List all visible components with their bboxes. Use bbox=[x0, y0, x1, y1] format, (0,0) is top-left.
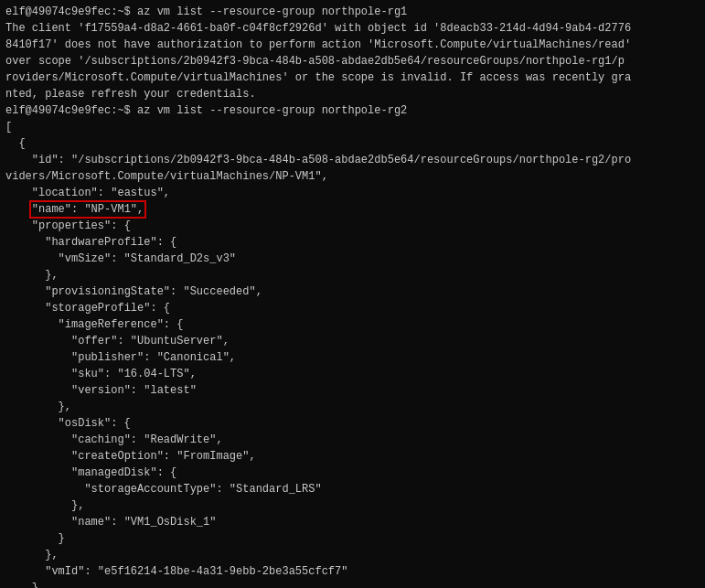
json-line-23: }, bbox=[5, 497, 700, 514]
command-line-2: elf@49074c9e9fec:~$ az vm list --resourc… bbox=[5, 102, 700, 119]
error-line-1: The client 'f17559a4-d8a2-4661-ba0f-c04f… bbox=[5, 20, 700, 37]
highlighted-name: "name": "NP-VM1", bbox=[32, 203, 144, 216]
json-line-17: }, bbox=[5, 399, 700, 415]
json-line-14: "publisher": "Canonical", bbox=[5, 349, 700, 366]
json-line-2: "id": "/subscriptions/2b0942f3-9bca-484b… bbox=[5, 152, 700, 168]
json-line-9: }, bbox=[5, 267, 700, 283]
json-line-25: } bbox=[5, 530, 700, 547]
json-line-24: "name": "VM1_OsDisk_1" bbox=[5, 514, 700, 530]
error-line-4: roviders/Microsoft.Compute/virtualMachin… bbox=[5, 69, 700, 86]
json-line-0: [ bbox=[5, 119, 700, 135]
json-line-6: "properties": { bbox=[5, 218, 700, 234]
json-line-22: "storageAccountType": "Standard_LRS" bbox=[5, 481, 700, 497]
error-line-5: nted, please refresh your credentials. bbox=[5, 86, 700, 102]
prompt-1: elf@49074c9e9fec:~$ bbox=[5, 5, 137, 18]
json-line-15: "sku": "16.04-LTS", bbox=[5, 366, 700, 382]
cmd-1-text: az vm list --resource-group northpole-rg… bbox=[137, 5, 407, 18]
prompt-2: elf@49074c9e9fec:~$ bbox=[5, 104, 137, 117]
json-line-13: "offer": "UbuntuServer", bbox=[5, 333, 700, 349]
json-line-8: "vmSize": "Standard_D2s_v3" bbox=[5, 251, 700, 267]
json-output: [ { "id": "/subscriptions/2b0942f3-9bca-… bbox=[5, 119, 700, 588]
cmd-2-text: az vm list --resource-group northpole-rg… bbox=[137, 104, 407, 117]
error-line-3: over scope '/subscriptions/2b0942f3-9bca… bbox=[5, 53, 700, 69]
json-line-19: "caching": "ReadWrite", bbox=[5, 432, 700, 448]
json-line-7: "hardwareProfile": { bbox=[5, 234, 700, 251]
command-line-1: elf@49074c9e9fec:~$ az vm list --resourc… bbox=[5, 4, 700, 20]
json-line-27: "vmId": "e5f16214-18be-4a31-9ebb-2be3a55… bbox=[5, 563, 700, 580]
json-line-18: "osDisk": { bbox=[5, 415, 700, 432]
json-line-28: }, bbox=[5, 580, 700, 588]
json-line-21: "managedDisk": { bbox=[5, 465, 700, 481]
json-line-11: "storageProfile": { bbox=[5, 300, 700, 316]
error-line-2: 8410f17' does not have authorization to … bbox=[5, 37, 700, 53]
json-line-1: { bbox=[5, 135, 700, 152]
json-line-16: "version": "latest" bbox=[5, 382, 700, 399]
json-line-10: "provisioningState": "Succeeded", bbox=[5, 283, 700, 300]
json-line-20: "createOption": "FromImage", bbox=[5, 448, 700, 465]
json-line-3: viders/Microsoft.Compute/virtualMachines… bbox=[5, 168, 700, 185]
json-line-26: }, bbox=[5, 547, 700, 563]
terminal-window: elf@49074c9e9fec:~$ az vm list --resourc… bbox=[0, 0, 705, 588]
json-line-4: "location": "eastus", bbox=[5, 185, 700, 201]
json-line-5: "name": "NP-VM1", bbox=[5, 201, 700, 218]
json-line-12: "imageReference": { bbox=[5, 316, 700, 333]
